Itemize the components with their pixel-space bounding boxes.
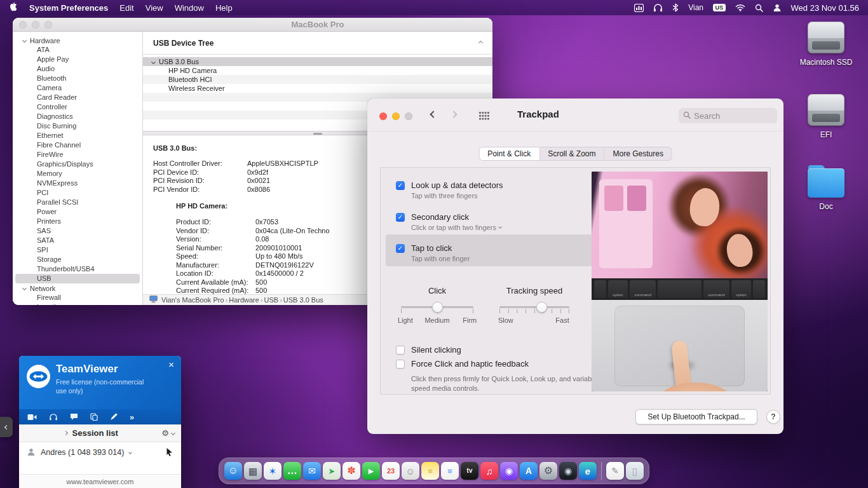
close-button[interactable]	[379, 112, 387, 120]
tracking-slider-track[interactable]	[499, 301, 569, 315]
sidebar-item-locations[interactable]: Locations	[13, 302, 142, 305]
menu-view[interactable]: View	[146, 3, 163, 13]
secondary-click-mode-dropdown[interactable]: Click or tap with two fingers	[411, 224, 501, 231]
sidebar-item-nvmexpress[interactable]: NVMExpress	[13, 179, 142, 188]
look-up-checkbox[interactable]: ✓	[396, 181, 405, 190]
sidebar-item-graphics-displays[interactable]: Graphics/Displays	[13, 159, 142, 169]
teamviewer-website-link[interactable]: www.teamviewer.com	[19, 474, 181, 488]
close-button[interactable]	[19, 21, 27, 29]
sidebar-item-pci[interactable]: PCI	[13, 188, 142, 198]
spotlight-search-icon[interactable]	[755, 4, 763, 12]
sidebar-item-ata[interactable]: ATA	[13, 45, 142, 55]
show-all-grid-icon[interactable]	[479, 111, 489, 123]
dock-app-app-store[interactable]: A	[520, 462, 538, 480]
search-input[interactable]	[694, 111, 773, 121]
click-slider-knob[interactable]	[432, 302, 443, 313]
menu-edit[interactable]: Edit	[119, 3, 133, 13]
set-up-bluetooth-trackpad-button[interactable]: Set Up Bluetooth Trackpad...	[635, 409, 757, 424]
sidebar-item-firewall[interactable]: Firewall	[13, 293, 142, 302]
sidebar-item-usb[interactable]: USB	[15, 274, 140, 283]
dock-app-steam[interactable]: ◉	[559, 462, 577, 480]
breadcrumb-item-hardware[interactable]: Hardware	[229, 296, 259, 304]
dock-app-notes[interactable]: ≡	[421, 462, 439, 480]
sidebar-item-thunderbolt-usb4[interactable]: Thunderbolt/USB4	[13, 264, 142, 274]
sidebar-item-audio[interactable]: Audio	[13, 64, 142, 74]
sidebar-item-ethernet[interactable]: Ethernet	[13, 131, 142, 140]
minimize-button[interactable]	[392, 112, 400, 120]
sidebar-item-sas[interactable]: SAS	[13, 226, 142, 236]
sidebar-item-storage[interactable]: Storage	[13, 255, 142, 264]
sidebar-item-apple-pay[interactable]: Apple Pay	[13, 55, 142, 64]
dock-app-messages[interactable]: …	[283, 462, 301, 480]
dock-app-safari[interactable]: ✶	[264, 462, 281, 480]
dock-app-browser[interactable]: e	[579, 462, 597, 480]
tap-to-click-checkbox[interactable]: ✓	[396, 244, 405, 253]
sidebar-item-camera[interactable]: Camera	[13, 83, 142, 93]
tree-row-bluetooth-hci[interactable]: Bluetooth HCI	[143, 75, 492, 84]
gear-icon[interactable]: ⚙	[161, 428, 169, 438]
headphones-icon[interactable]	[653, 3, 663, 12]
teamviewer-side-tab[interactable]	[0, 417, 13, 437]
tab-point-click[interactable]: Point & Click	[478, 147, 539, 161]
wifi-icon[interactable]	[735, 4, 745, 11]
usb-device-tree-header[interactable]: USB Device Tree	[143, 32, 492, 55]
sidebar-section-hardware[interactable]: Hardware	[13, 36, 142, 45]
dock-app-finder[interactable]: ☺	[224, 462, 242, 480]
clipboard-icon[interactable]	[90, 413, 98, 421]
sidebar-item-parallel-scsi[interactable]: Parallel SCSI	[13, 198, 142, 207]
sidebar-item-controller[interactable]: Controller	[13, 102, 142, 112]
click-slider-track[interactable]	[401, 301, 473, 315]
remote-pointer-icon[interactable]	[165, 447, 173, 458]
dock-app-photos[interactable]: ✽	[342, 462, 360, 480]
tree-row-usb-3-0-bus[interactable]: USB 3.0 Bus	[143, 57, 492, 66]
tree-row-hp-hd-camera[interactable]: HP HD Camera	[143, 66, 492, 75]
menu-help[interactable]: Help	[215, 3, 233, 13]
help-button[interactable]: ?	[766, 410, 780, 424]
sidebar-item-sata[interactable]: SATA	[13, 236, 142, 245]
more-tools-icon[interactable]: »	[130, 413, 134, 421]
breadcrumb-item-usb-3-0-bus[interactable]: USB 3.0 Bus	[283, 296, 323, 304]
sidebar-item-fibre-channel[interactable]: Fibre Channel	[13, 140, 142, 150]
dock-app-podcasts[interactable]: ◉	[500, 462, 518, 480]
sidebar-item-diagnostics[interactable]: Diagnostics	[13, 112, 142, 121]
dock-app-mail[interactable]: ✉	[303, 462, 321, 480]
menu-username[interactable]: Vian	[688, 3, 703, 12]
silent-clicking-checkbox[interactable]	[396, 346, 405, 355]
headset-icon[interactable]	[49, 413, 58, 421]
dock-app-system-preferences[interactable]: ⚙	[539, 462, 557, 480]
dock-app-music[interactable]: ♫	[480, 462, 498, 480]
dock-app-contacts[interactable]: ☺	[402, 462, 419, 480]
dock-app-launchpad[interactable]: ▦	[244, 462, 262, 480]
menu-window[interactable]: Window	[175, 3, 204, 13]
dock-app-facetime[interactable]: ▶	[362, 462, 380, 480]
video-call-icon[interactable]	[27, 414, 37, 421]
desktop-icon-doc[interactable]: Doc	[796, 165, 857, 211]
secondary-click-checkbox[interactable]: ✓	[396, 213, 405, 222]
minimize-button[interactable]	[32, 21, 39, 29]
session-contact-row[interactable]: Andres (1 048 393 014)	[19, 442, 181, 463]
dock-app-calendar[interactable]: 23	[382, 462, 400, 480]
desktop-icon-efi[interactable]: EFI	[796, 94, 857, 139]
sidebar-item-spi[interactable]: SPI	[13, 245, 142, 255]
trackpad-titlebar[interactable]: Trackpad	[367, 98, 783, 132]
tab-scroll-zoom[interactable]: Scroll & Zoom	[539, 147, 604, 161]
breadcrumb-item-vian-s-macbook-pro[interactable]: Vian's MacBook Pro	[161, 296, 224, 304]
sidebar-item-disc-burning[interactable]: Disc Burning	[13, 121, 142, 131]
stats-menu-icon[interactable]	[634, 4, 644, 12]
brush-icon[interactable]	[110, 413, 118, 421]
dock-app-reminders[interactable]: ≡	[441, 462, 459, 480]
session-list-header[interactable]: Session list ⚙	[19, 424, 181, 442]
bluetooth-icon[interactable]	[672, 3, 679, 12]
chat-icon[interactable]	[70, 413, 78, 421]
zoom-button[interactable]	[44, 21, 52, 29]
sidebar-item-firewire[interactable]: FireWire	[13, 150, 142, 159]
sidebar-item-power[interactable]: Power	[13, 207, 142, 217]
sidebar-item-bluetooth[interactable]: Bluetooth	[13, 74, 142, 83]
dock-app-maps[interactable]: ➤	[323, 462, 341, 480]
sidebar-item-memory[interactable]: Memory	[13, 169, 142, 179]
force-click-checkbox[interactable]	[396, 360, 405, 369]
breadcrumb-item-usb[interactable]: USB	[264, 296, 279, 304]
desktop-icon-macintosh-ssd[interactable]: Macintosh SSD	[796, 22, 857, 67]
user-switch-icon[interactable]	[773, 3, 782, 12]
collapse-chevron-icon[interactable]	[478, 41, 483, 45]
